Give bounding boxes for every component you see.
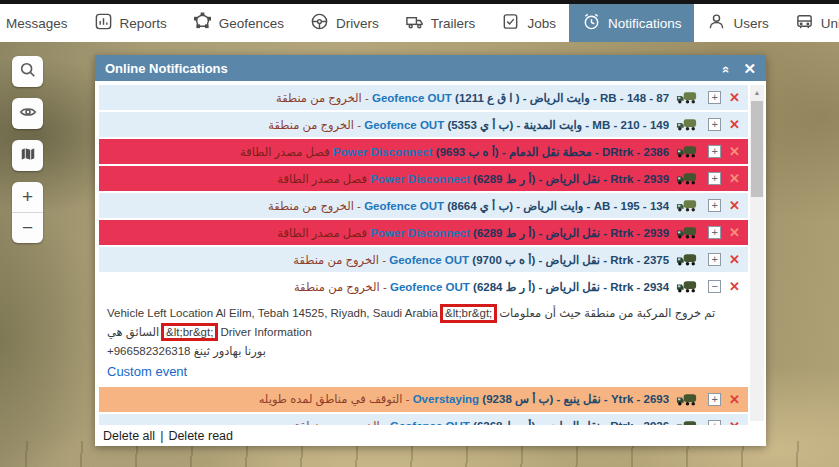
delete-notification-icon[interactable]: ✕ [729,392,740,407]
panel-close-icon[interactable]: ✕ [743,61,756,76]
event-description: - الخروج من منطقة [293,254,386,266]
map-visibility-button[interactable] [12,98,43,129]
delete-notification-icon[interactable]: ✕ [729,90,740,105]
nav-label-users: Users [733,16,768,31]
event-type: Geofence OUT [390,281,470,293]
notification-row[interactable]: ✕ + 87 - 148 - RB - وايت الرياض - ( ا ق … [99,85,748,110]
nav-item-reports[interactable]: Reports [81,4,180,42]
expanded-notification: ✕ − Rtrk - 2934 - نقل الرياض - (أ ر ط 62… [99,274,748,385]
event-description: - الخروج من منطقة [294,281,387,293]
expand-notification-icon[interactable]: + [708,91,721,104]
nav-item-notifications[interactable]: Notifications [569,4,695,42]
expand-notification-icon[interactable]: + [708,420,721,425]
unit-name: Rtrk - 2926 - نقل الرياض - (أ ر ط 6268) [473,420,669,425]
trailers-icon [405,12,424,34]
notification-row[interactable]: ✕ + Rtrk - 2375 - نقل الرياض - (أ ه ب 97… [99,247,748,272]
notification-row-alert[interactable]: ✕ + DRtrk - 2386 - محطة نقل الدمام - (أ … [99,139,748,164]
expand-notification-icon[interactable]: + [708,393,721,406]
delete-read-link[interactable]: Delete read [168,429,233,443]
expand-notification-icon[interactable]: + [708,199,721,212]
nav-item-geofences[interactable]: Geofences [180,4,297,42]
tanker-truck-icon [676,392,699,407]
delete-notification-icon[interactable]: ✕ [729,279,740,294]
zoom-in-button[interactable]: + [12,182,43,212]
expand-notification-icon[interactable]: + [708,253,721,266]
unit-name: Rtrk - 2939 - نقل الرياض - (أ ر ط 6289) [473,227,669,239]
scrollbar-thumb[interactable] [751,101,763,197]
truck-icon [676,198,699,213]
br-token-annotation: &lt;br&gt; [161,323,218,342]
nav-item-units[interactable]: Units [782,4,839,42]
nav-item-messages[interactable]: Messages [0,4,81,42]
event-type: Geofence OUT [390,420,470,425]
nav-item-jobs[interactable]: Jobs [488,4,569,42]
notification-row[interactable]: ✕ + 134 - 195 - AB - وايت الرياض - (ب أ … [99,193,748,218]
notification-row[interactable]: ✕ + 149 - 210 - MB - وايت المدينة - (ب أ… [99,112,748,137]
delete-all-link[interactable]: Delete all [103,429,155,443]
nav-label-notifications: Notifications [608,16,682,31]
event-type: Geofence OUT [372,92,452,104]
notification-row-expanded[interactable]: ✕ − Rtrk - 2934 - نقل الرياض - (أ ر ط 62… [99,274,748,299]
panel-collapse-icon[interactable]: « [720,65,733,70]
truck-icon [676,90,699,105]
footer-separator: | [160,429,163,443]
collapse-notification-icon[interactable]: − [708,280,721,293]
list-scrollbar[interactable]: ▲ [750,85,764,421]
custom-event-link[interactable]: Custom event [99,360,748,385]
event-description: - الخروج من منطقة [268,200,361,212]
delete-notification-icon[interactable]: ✕ [729,117,740,132]
delete-notification-icon[interactable]: ✕ [729,198,740,213]
notification-row-alert[interactable]: ✕ + Rtrk - 2939 - نقل الرياض - (أ ر ط 62… [99,166,748,191]
notification-text: Rtrk - 2939 - نقل الرياض - (أ ر ط 6289) … [277,172,669,186]
notification-text: 87 - 148 - RB - وايت الرياض - ( ا ق ع 12… [276,91,669,105]
map-controls: + − [12,56,43,243]
nav-label-reports: Reports [120,16,167,31]
notification-detail-text: Vehicle Left Location Al Eilm, Tebah 145… [99,301,748,344]
notification-text: Rtrk - 2926 - نقل الرياض - (أ ر ط 6268) … [294,419,669,425]
panel-header[interactable]: Online Notifications « ✕ [95,55,766,81]
delete-notification-icon[interactable]: ✕ [729,419,740,425]
notification-row-alert[interactable]: ✕ + Rtrk - 2939 - نقل الرياض - (أ ر ط 62… [99,220,748,245]
nav-item-trailers[interactable]: Trailers [392,4,489,42]
zoom-out-button[interactable]: − [12,213,43,243]
top-navigation: Messages Reports Geofences Drivers Trail… [0,4,839,42]
expand-notification-icon[interactable]: + [708,118,721,131]
map-search-button[interactable] [12,56,43,87]
expand-notification-icon[interactable]: + [708,145,721,158]
eye-icon [19,103,37,125]
notification-text: DRtrk - 2386 - محطة نقل الدمام - (أ ه ب … [240,145,669,159]
search-icon [19,61,37,83]
delete-notification-icon[interactable]: ✕ [729,225,740,240]
unit-name: 149 - 210 - MB - وايت المدينة - (ب أ ي 5… [447,119,669,131]
delete-notification-icon[interactable]: ✕ [729,171,740,186]
panel-title: Online Notifications [105,61,228,76]
panel-footer: Delete all | Delete read [95,425,766,446]
scrollbar-up-arrow[interactable]: ▲ [750,85,764,99]
notification-row[interactable]: ✕ + Rtrk - 2926 - نقل الرياض - (أ ر ط 62… [99,414,748,425]
map-layers-button[interactable] [12,140,43,171]
expand-notification-icon[interactable]: + [708,172,721,185]
nav-label-drivers: Drivers [336,16,379,31]
delete-notification-icon[interactable]: ✕ [729,252,740,267]
driver-name: بورنا بهادور ثينغ [194,345,266,357]
nav-item-users[interactable]: Users [694,4,781,42]
event-type: Power Disconnect [333,146,433,158]
event-description: - الخروج من منطقة [268,119,361,131]
notification-text: 134 - 195 - AB - وايت الرياض - (ب أ ي 86… [268,199,669,213]
unit-name: Rtrk - 2934 - نقل الرياض - (أ ر ط 6284) [473,281,669,293]
nav-label-jobs: Jobs [527,16,556,31]
expand-notification-icon[interactable]: + [708,226,721,239]
notification-row-warning[interactable]: ✕ + Ytrk - 2693 - نقل ينبع - (ب أ س 9238… [99,387,748,412]
tanker-truck-icon [676,225,699,240]
nav-item-drivers[interactable]: Drivers [297,4,392,42]
nav-label-trailers: Trailers [431,16,476,31]
truck-icon [676,117,699,132]
delete-notification-icon[interactable]: ✕ [729,144,740,159]
nav-label-geofences: Geofences [219,16,284,31]
nav-label-messages: Messages [6,16,68,31]
driver-phone: +966582326318 [107,345,190,357]
users-icon [707,12,726,34]
event-description: - الخروج من منطقة [294,420,387,425]
drivers-icon [310,12,329,34]
br-token-annotation: &lt;br&gt; [440,304,497,323]
